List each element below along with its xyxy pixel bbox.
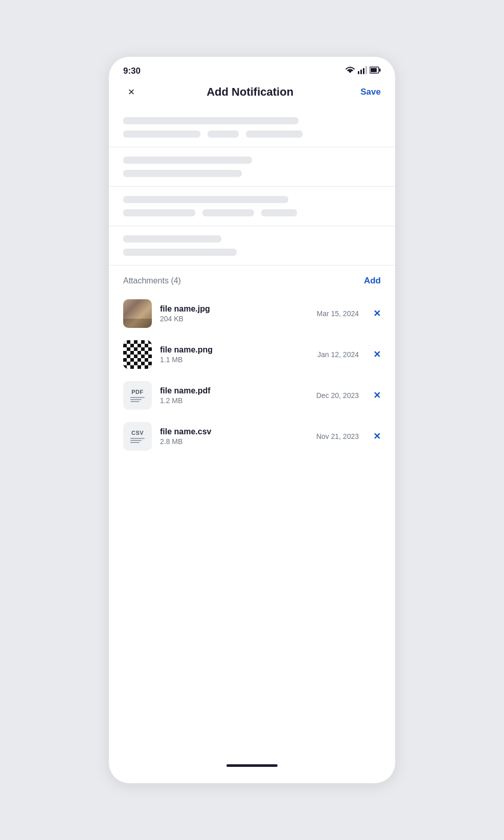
pdf-line — [130, 397, 145, 398]
attachments-add-button[interactable]: Add — [364, 276, 381, 286]
attachment-item-jpg: file name.jpg 204 KB Mar 15, 2024 ✕ — [109, 293, 395, 334]
pdf-icon-wrap: PDF — [123, 381, 152, 410]
attachment-name: file name.jpg — [160, 304, 309, 314]
attachment-date: Nov 21, 2023 — [316, 432, 359, 440]
skeleton-bar — [123, 170, 242, 177]
attachment-size: 2.8 MB — [160, 437, 308, 446]
status-time: 9:30 — [123, 66, 141, 76]
attachment-info-png: file name.png 1.1 MB — [160, 345, 309, 364]
bottom-bar — [109, 755, 395, 767]
skeleton-bar — [202, 209, 254, 216]
attachment-size: 204 KB — [160, 315, 309, 323]
attachment-icon-jpg — [123, 299, 152, 328]
attachment-name: file name.png — [160, 345, 309, 355]
attachment-date: Mar 15, 2024 — [317, 310, 359, 318]
page-title: Add Notification — [207, 85, 293, 99]
attachment-item-csv: CSV file name.csv 2.8 MB Nov 21, 2023 ✕ — [109, 416, 395, 457]
skeleton-section-3 — [109, 187, 395, 226]
pdf-label: PDF — [131, 389, 144, 395]
attachment-info-csv: file name.csv 2.8 MB — [160, 427, 308, 446]
svg-rect-4 — [365, 66, 367, 74]
pdf-lines — [130, 397, 145, 402]
attachment-date: Jan 12, 2024 — [317, 350, 359, 359]
attachment-size: 1.1 MB — [160, 356, 309, 364]
skeleton-bar — [261, 209, 297, 216]
csv-line — [130, 438, 145, 439]
pdf-line — [130, 401, 140, 402]
skeleton-bar — [208, 130, 238, 138]
home-indicator — [226, 764, 278, 767]
attachment-icon-csv: CSV — [123, 422, 152, 451]
svg-rect-7 — [379, 69, 381, 72]
skeleton-section-1 — [109, 108, 395, 147]
pdf-line — [130, 399, 142, 400]
save-button[interactable]: Save — [360, 87, 381, 97]
attachment-date: Dec 20, 2023 — [316, 391, 359, 400]
attachment-item-pdf: PDF file name.pdf 1.2 MB Dec 20, 2023 ✕ — [109, 375, 395, 416]
attachment-size: 1.2 MB — [160, 396, 308, 405]
status-icons — [345, 66, 381, 76]
skeleton-bar — [123, 196, 288, 203]
skeleton-section-4 — [109, 226, 395, 266]
header: × Add Notification Save — [109, 81, 395, 108]
png-thumbnail — [123, 340, 152, 369]
attachment-info-pdf: file name.pdf 1.2 MB — [160, 386, 308, 405]
wifi-icon — [345, 66, 355, 76]
attachment-icon-pdf: PDF — [123, 381, 152, 410]
signal-icon — [358, 66, 367, 76]
skeleton-section-2 — [109, 147, 395, 187]
svg-rect-6 — [371, 68, 377, 72]
battery-icon — [370, 67, 381, 76]
attachment-item-png: file name.png 1.1 MB Jan 12, 2024 ✕ — [109, 334, 395, 375]
phone-frame: 9:30 — [109, 57, 395, 783]
csv-label: CSV — [131, 430, 144, 436]
svg-rect-2 — [360, 70, 362, 74]
skeleton-row — [123, 130, 381, 138]
attachment-remove-button[interactable]: ✕ — [373, 308, 381, 319]
csv-line — [130, 440, 142, 441]
attachment-remove-button[interactable]: ✕ — [373, 349, 381, 360]
attachments-header: Attachments (4) Add — [109, 266, 395, 293]
svg-rect-3 — [363, 68, 364, 74]
attachment-name: file name.pdf — [160, 386, 308, 395]
skeleton-bar — [123, 249, 237, 256]
skeleton-bar — [123, 235, 221, 242]
attachments-label: Attachments (4) — [123, 276, 181, 285]
attachment-remove-button[interactable]: ✕ — [373, 390, 381, 401]
skeleton-bar — [123, 117, 299, 124]
csv-lines — [130, 438, 145, 443]
attachment-info-jpg: file name.jpg 204 KB — [160, 304, 309, 323]
skeleton-bar — [123, 130, 200, 138]
attachment-icon-png — [123, 340, 152, 369]
attachment-name: file name.csv — [160, 427, 308, 436]
svg-rect-1 — [358, 71, 359, 74]
skeleton-row — [123, 209, 381, 216]
csv-icon-wrap: CSV — [123, 422, 152, 451]
csv-line — [130, 442, 140, 443]
skeleton-bar — [123, 209, 195, 216]
attachment-remove-button[interactable]: ✕ — [373, 431, 381, 442]
jpg-thumbnail — [123, 299, 152, 328]
skeleton-bar — [246, 130, 303, 138]
skeleton-bar — [123, 157, 252, 164]
close-button[interactable]: × — [123, 85, 140, 99]
status-bar: 9:30 — [109, 57, 395, 81]
